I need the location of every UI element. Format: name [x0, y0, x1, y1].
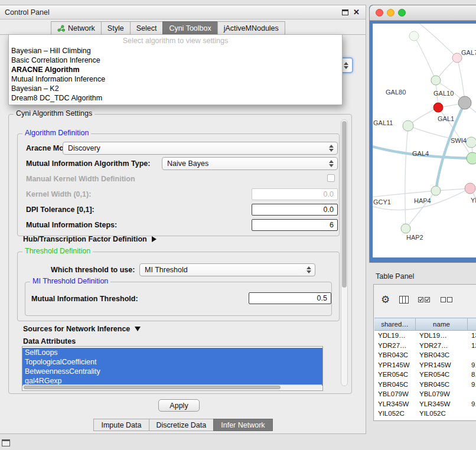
attribute-item[interactable]: SelfLoops	[22, 348, 322, 357]
hub-section-label: Hub/Transcription Factor Definition	[23, 235, 147, 243]
zoom-traffic-icon[interactable]	[398, 9, 406, 17]
table-row[interactable]: YPR145WYPR145W9.	[374, 360, 476, 370]
popup-placeholder: Select algorithm to view settings	[9, 35, 342, 46]
table-row[interactable]: YER054CYER054C8.	[374, 370, 476, 380]
algorithm-option[interactable]: Dream8 DC_TDC Algorithm	[9, 93, 342, 103]
network-edge[interactable]	[405, 126, 408, 229]
table-row[interactable]: YBR045CYBR045C9.	[374, 380, 476, 390]
aracne-mode-select[interactable]: Discovery	[63, 142, 338, 155]
tab-infer-network[interactable]: Infer Network	[213, 419, 272, 431]
network-edge[interactable]	[415, 24, 457, 58]
tab-jactivemnodules[interactable]: jActiveMNodules	[217, 21, 285, 34]
column-header-shared-name[interactable]: shared…	[374, 318, 416, 330]
table-cell: 9.	[468, 400, 476, 407]
tab-style[interactable]: Style	[101, 21, 131, 34]
which-threshold-label: Which threshold to use:	[51, 265, 135, 275]
attribute-item[interactable]: BetweennessCentrality	[22, 367, 322, 376]
network-edge[interactable]	[470, 188, 476, 237]
node-label: GAL4	[412, 150, 429, 157]
table-row[interactable]: YIL052CYIL052C	[374, 409, 476, 419]
columns-icon[interactable]	[399, 296, 409, 304]
mi-threshold-group: MI Threshold Definition Mutual Informati…	[25, 282, 332, 316]
tab-cyni-toolbox[interactable]: Cyni Toolbox	[162, 21, 217, 34]
network-node[interactable]	[465, 183, 475, 194]
table-cell: YBR045C	[416, 381, 468, 388]
close-traffic-icon[interactable]	[376, 9, 383, 17]
node-label: GAL7	[461, 49, 476, 56]
network-node[interactable]	[467, 152, 476, 164]
node-label: GAL1	[438, 115, 454, 122]
table-row[interactable]: YBR043CYBR043C	[374, 350, 476, 360]
gear-icon[interactable]: ⚙	[381, 295, 390, 305]
table-cell: YBL079W	[416, 390, 468, 397]
tab-discretize-data[interactable]: Discretize Data	[149, 419, 214, 431]
deselect-all-icon[interactable]	[441, 296, 454, 303]
mi-steps-field[interactable]: 6	[252, 219, 338, 231]
table-cell: YLR345W	[416, 400, 468, 407]
table-row[interactable]: YBL079WYBL079W	[374, 389, 476, 399]
table-row[interactable]: YDL19…YDL19…13	[374, 331, 476, 341]
node-label: SWI4	[451, 137, 467, 144]
algorithm-option[interactable]: ARACNE Algorithm	[9, 65, 342, 74]
node-label: GAL10	[433, 90, 454, 97]
network-node[interactable]	[409, 31, 419, 41]
attribute-list[interactable]: SelfLoopsTopologicalCoefficientBetweenne…	[22, 346, 323, 391]
algorithm-option[interactable]: Bayesian – Hill Climbing	[9, 46, 342, 56]
stepper-icon	[307, 264, 311, 276]
select-all-icon[interactable]	[418, 296, 431, 303]
node-label: GAL11	[373, 119, 393, 126]
tab-select[interactable]: Select	[130, 21, 164, 34]
network-window-titlebar[interactable]	[370, 5, 476, 21]
tab-impute-data[interactable]: Impute Data	[93, 419, 149, 431]
column-header-extra[interactable]	[468, 318, 476, 330]
attribute-list-hscrollbar[interactable]	[23, 384, 322, 390]
algorithm-option[interactable]: Bayesian – K2	[9, 84, 342, 93]
table-toolbar: ⚙	[381, 289, 454, 309]
network-node[interactable]	[431, 186, 441, 195]
hscrollbar-thumb[interactable]	[24, 386, 281, 389]
network-node[interactable]	[403, 120, 413, 131]
table-row[interactable]: YDR27…YDR27…12	[374, 341, 476, 351]
control-panel-window: Control Panel ✕ Network Style Select Cyn…	[0, 5, 366, 434]
table-cell: YPR145W	[374, 361, 416, 369]
apply-button[interactable]: Apply	[158, 399, 200, 412]
network-canvas[interactable]: GAL7GAL80GAL10GAL11GAL1SWI4GAL4GCY1HAP4Y…	[373, 24, 476, 257]
network-node[interactable]	[401, 224, 410, 233]
which-threshold-select[interactable]: MI Threshold	[139, 263, 315, 276]
hub-section-toggle[interactable]: Hub/Transcription Factor Definition	[23, 235, 157, 243]
node-label: YDR0	[471, 197, 476, 204]
tab-label: Discretize Data	[157, 421, 207, 429]
attribute-item[interactable]: TopologicalCoefficient	[22, 357, 322, 367]
minimized-panel-icon[interactable]	[2, 439, 10, 446]
network-tab-icon	[57, 25, 65, 32]
window-controls: ✕	[342, 8, 360, 16]
close-icon[interactable]: ✕	[353, 8, 360, 16]
network-node[interactable]	[431, 76, 441, 85]
minimize-traffic-icon[interactable]	[387, 9, 395, 17]
mi-type-select[interactable]: Naive Bayes	[162, 157, 338, 170]
float-window-icon[interactable]	[342, 9, 348, 15]
table-row[interactable]: YLR345WYLR345W9.	[374, 399, 476, 409]
network-edge[interactable]	[414, 36, 436, 80]
table-cell: YBR045C	[374, 381, 416, 388]
node-label: HAP2	[406, 234, 423, 241]
scrollbar-thumb[interactable]	[342, 121, 347, 288]
tab-label: Select	[136, 24, 157, 32]
kernel-width-field[interactable]: 0.0	[252, 188, 338, 200]
table-cell: YDR27…	[416, 342, 468, 349]
algorithm-option[interactable]: Mutual Information Inference	[9, 74, 342, 84]
network-node[interactable]	[466, 137, 476, 148]
tab-network[interactable]: Network	[51, 21, 102, 34]
mi-threshold-field[interactable]: 0.5	[249, 292, 331, 304]
algorithm-option[interactable]: Basic Correlation Inference	[9, 56, 342, 65]
manual-kernel-checkbox[interactable]	[327, 174, 335, 182]
dpi-tolerance-field[interactable]: 0.0	[252, 204, 338, 216]
settings-scrollbar[interactable]	[341, 119, 348, 386]
network-node[interactable]	[452, 53, 462, 63]
sources-section-toggle[interactable]: Sources for Network Inference	[23, 325, 141, 333]
network-node[interactable]	[433, 103, 443, 112]
network-graph[interactable]: GAL7GAL80GAL10GAL11GAL1SWI4GAL4GCY1HAP4Y…	[373, 24, 476, 257]
table-cell: YIL052C	[416, 410, 468, 417]
column-header-name[interactable]: name	[416, 318, 468, 330]
network-node[interactable]	[458, 96, 471, 109]
